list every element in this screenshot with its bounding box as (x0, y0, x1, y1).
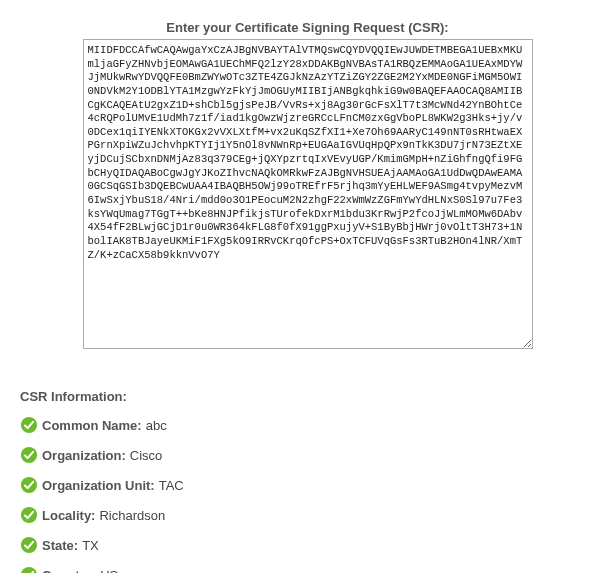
value-state: TX (82, 538, 99, 553)
label-organization-unit: Organization Unit: (42, 478, 155, 493)
check-circle-icon (20, 476, 38, 494)
svg-point-0 (21, 417, 37, 433)
svg-point-3 (21, 507, 37, 523)
svg-point-2 (21, 477, 37, 493)
field-country: Country: US (20, 566, 595, 573)
svg-point-1 (21, 447, 37, 463)
check-circle-icon (20, 446, 38, 464)
field-organization-unit: Organization Unit: TAC (20, 476, 595, 494)
svg-point-5 (21, 567, 37, 573)
field-locality: Locality: Richardson (20, 506, 595, 524)
field-organization: Organization: Cisco (20, 446, 595, 464)
label-country: Country: (42, 568, 96, 574)
check-circle-icon (20, 416, 38, 434)
value-organization: Cisco (130, 448, 163, 463)
label-common-name: Common Name: (42, 418, 142, 433)
check-circle-icon (20, 536, 38, 554)
field-common-name: Common Name: abc (20, 416, 595, 434)
check-circle-icon (20, 566, 38, 573)
csr-textarea-container (20, 39, 595, 349)
check-circle-icon (20, 506, 38, 524)
field-state: State: TX (20, 536, 595, 554)
svg-point-4 (21, 537, 37, 553)
value-locality: Richardson (99, 508, 165, 523)
value-organization-unit: TAC (159, 478, 184, 493)
label-locality: Locality: (42, 508, 95, 523)
label-organization: Organization: (42, 448, 126, 463)
value-country: US (100, 568, 118, 574)
csr-info-heading: CSR Information: (20, 389, 595, 404)
csr-textarea[interactable] (83, 39, 533, 349)
value-common-name: abc (146, 418, 167, 433)
csr-input-label: Enter your Certificate Signing Request (… (20, 20, 595, 35)
label-state: State: (42, 538, 78, 553)
